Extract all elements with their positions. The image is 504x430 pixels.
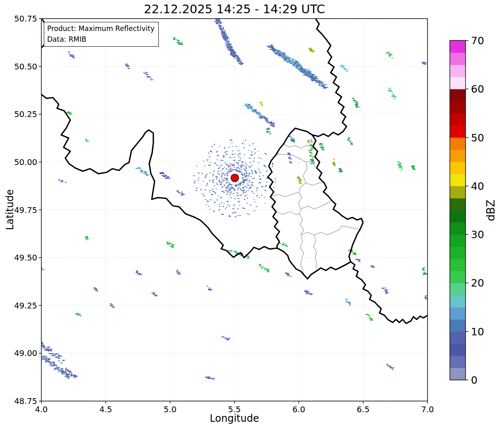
colorbar: 010203040506070dBZ [450, 35, 497, 386]
annotation-box: Product: Maximum Reflectivity Data: RMIB [44, 22, 159, 47]
svg-text:50.75: 50.75 [14, 14, 37, 24]
svg-text:49.00: 49.00 [14, 349, 37, 358]
radar-site-marker [231, 174, 239, 182]
svg-text:60: 60 [471, 83, 484, 95]
x-axis-label: Longitude [41, 413, 428, 424]
svg-text:30: 30 [471, 229, 484, 241]
svg-text:40: 40 [471, 180, 484, 192]
svg-text:48.75: 48.75 [14, 397, 37, 406]
svg-text:50.50: 50.50 [14, 62, 37, 72]
radar-figure: 22.12.2025 14:25 - 14:29 UTC Product: Ma… [0, 0, 504, 430]
svg-text:0: 0 [471, 374, 478, 386]
svg-text:50: 50 [471, 132, 484, 144]
colorbar-label: dBZ [485, 200, 497, 221]
annotation-source-line: Data: RMIB [47, 34, 155, 45]
plot-area [30, 19, 428, 401]
annotation-product-line: Product: Maximum Reflectivity [47, 24, 155, 34]
svg-text:49.25: 49.25 [14, 301, 37, 311]
svg-text:49.50: 49.50 [14, 253, 37, 263]
svg-text:10: 10 [471, 326, 484, 338]
svg-text:70: 70 [471, 35, 484, 47]
svg-text:20: 20 [471, 277, 484, 289]
map-canvas: 4.04.55.05.56.06.57.048.7549.0049.2549.5… [0, 0, 504, 430]
svg-text:49.75: 49.75 [14, 205, 37, 215]
svg-text:50.25: 50.25 [14, 110, 37, 119]
y-axis-label: Latitude [4, 189, 16, 230]
svg-text:50.00: 50.00 [14, 158, 37, 167]
